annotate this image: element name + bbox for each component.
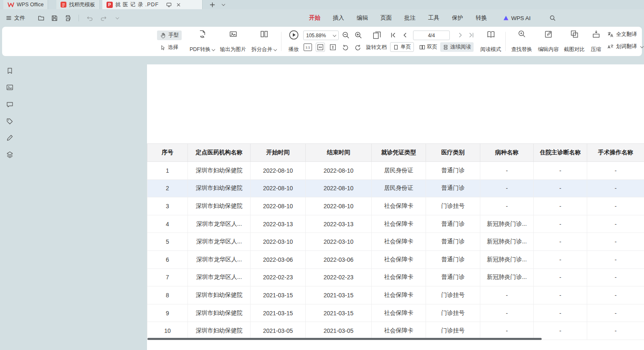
wps-logo-icon — [8, 2, 14, 7]
rotate-right-icon[interactable] — [353, 43, 363, 52]
table-cell: 新冠肺炎门诊... — [480, 233, 534, 251]
tab-docer-templates[interactable]: 找稻壳模板 — [56, 0, 100, 9]
play-button[interactable]: 播放 — [284, 30, 303, 53]
document-title: 就 医 记 录 .PDF — [115, 1, 159, 8]
rotate-document-button[interactable]: 旋转文档 — [366, 44, 387, 51]
table-cell: 普通门诊 — [426, 233, 480, 251]
table-cell: 2022-03-10 — [251, 233, 306, 251]
previous-page-button[interactable] — [401, 31, 410, 40]
page-number-input[interactable]: 4/4 — [413, 31, 450, 40]
export-image-button[interactable]: 输出为图片 — [217, 30, 249, 53]
single-page-mode-button[interactable]: 单页 — [390, 42, 414, 52]
table-cell: - — [587, 250, 644, 268]
wps-ai-button[interactable]: WPS AI — [503, 15, 531, 21]
export-image-icon — [229, 30, 238, 38]
sidebar-comments-button[interactable] — [5, 100, 14, 109]
hand-tool-label: 手型 — [168, 32, 179, 39]
tab-insert[interactable]: 插入 — [333, 14, 344, 22]
close-tab-icon[interactable] — [177, 3, 180, 7]
fit-width-button[interactable] — [316, 43, 325, 52]
table-cell: 普通门诊 — [426, 268, 480, 286]
pen-icon — [6, 134, 14, 142]
tab-wps-home[interactable]: WPS Office — [3, 0, 48, 9]
table-cell: 深圳市龙华区人... — [188, 268, 251, 286]
horizontal-scrollbar[interactable] — [147, 338, 542, 340]
save-button[interactable] — [49, 13, 59, 23]
table-cell: 2021-03-15 — [251, 304, 306, 322]
table-cell: 社会保障卡 — [372, 215, 426, 233]
tab-document[interactable]: P 就 医 记 录 .PDF — [102, 0, 203, 9]
continuous-reading-button[interactable]: 连续阅读 — [440, 42, 474, 52]
present-monitor-icon[interactable] — [166, 2, 172, 8]
table-cell: 2022-03-13 — [251, 215, 306, 233]
table-cell: 居民身份证 — [372, 162, 426, 180]
next-page-button[interactable] — [456, 31, 465, 40]
rotate-left-icon[interactable] — [341, 43, 350, 52]
full-translate-button[interactable]: 全文翻译 — [607, 31, 637, 38]
table-row: 7深圳市龙华区人...2022-02-232022-02-23社会保障卡普通门诊… — [147, 268, 644, 286]
undo-history-chevron-icon[interactable] — [112, 13, 122, 23]
read-mode-button[interactable]: 阅读模式 — [478, 30, 503, 53]
table-cell: 普通门诊 — [426, 215, 480, 233]
pdf-convert-label: PDF转换 — [190, 46, 210, 53]
tab-home[interactable]: 开始 — [309, 14, 320, 22]
pdf-convert-button[interactable]: PDF转换 — [187, 30, 217, 53]
find-replace-button[interactable]: 查找替换 — [508, 30, 535, 53]
tab-convert[interactable]: 转换 — [476, 14, 487, 22]
sidebar-tags-button[interactable] — [5, 117, 14, 126]
table-cell: 10 — [147, 322, 188, 340]
table-row: 9深圳市妇幼保健院2021-03-152021-03-15社会保障卡门诊挂号--… — [147, 304, 644, 322]
sidebar-bookmarks-button[interactable] — [5, 66, 14, 75]
table-cell: 2022-03-06 — [251, 250, 306, 268]
tab-comment[interactable]: 批注 — [404, 14, 416, 22]
file-menu-button[interactable]: 文件 — [6, 14, 25, 22]
table-cell: 深圳市妇幼保健院 — [188, 322, 251, 340]
split-merge-button[interactable]: 拆分合并 — [249, 30, 279, 53]
open-book-icon — [486, 30, 496, 39]
zoom-out-button[interactable] — [341, 31, 350, 40]
one-to-one-zoom-button[interactable]: 1:1 — [303, 43, 312, 52]
word-translate-button[interactable]: 划词翻译 — [607, 43, 643, 50]
table-cell: 居民身份证 — [372, 179, 426, 197]
tab-protect[interactable]: 保护 — [452, 14, 463, 22]
page-indicator: 4/4 — [428, 33, 435, 38]
menu-bar: 文件 开始 插入 编辑 页面 批注 工具 保护 转换 WPS AI — [0, 9, 644, 27]
ribbon-toolbar: 手型 选择 PDF转换 输出为图片 拆分合并 播放 105.88% 4/4 阅读… — [2, 27, 642, 56]
sidebar-annotate-pen-button[interactable] — [5, 133, 14, 142]
table-cell: - — [587, 215, 644, 233]
hand-tool-button[interactable]: 手型 — [157, 31, 182, 40]
table-cell: 9 — [147, 304, 188, 322]
table-cell: - — [480, 197, 534, 215]
tab-list-chevron-icon[interactable] — [218, 0, 228, 9]
fit-page-icon[interactable] — [371, 30, 382, 41]
compress-button[interactable]: 压缩 — [587, 30, 605, 53]
sidebar-thumbnails-button[interactable] — [5, 83, 14, 92]
edit-content-button[interactable]: 编辑内容 — [535, 30, 562, 53]
first-page-button[interactable] — [389, 31, 398, 40]
last-page-button[interactable] — [467, 31, 476, 40]
table-cell: - — [587, 286, 644, 304]
menubar-search-icon[interactable] — [549, 15, 556, 21]
zoom-in-button[interactable] — [354, 31, 363, 40]
sidebar-layers-button[interactable] — [5, 150, 14, 159]
table-cell: 深圳市龙华区人... — [188, 215, 251, 233]
table-cell: 社会保障卡 — [372, 250, 426, 268]
table-row: 10深圳市妇幼保健院2021-03-052021-03-05社会保障卡门诊挂号-… — [147, 322, 644, 340]
new-tab-button[interactable] — [208, 0, 218, 9]
hamburger-icon — [6, 15, 12, 21]
tab-tools[interactable]: 工具 — [428, 14, 439, 22]
tab-page[interactable]: 页面 — [380, 14, 392, 22]
fit-height-button[interactable] — [328, 43, 337, 52]
undo-button[interactable] — [85, 13, 95, 23]
open-file-button[interactable] — [36, 13, 46, 23]
print-button[interactable] — [63, 13, 73, 23]
zoom-level-select[interactable]: 105.88% — [303, 31, 339, 40]
select-tool-button[interactable]: 选择 — [157, 43, 181, 52]
redo-button[interactable] — [98, 13, 108, 23]
translate-icon — [607, 31, 614, 38]
screenshot-compare-button[interactable]: 截图对比 — [561, 30, 588, 53]
compress-icon — [592, 30, 601, 38]
tab-edit[interactable]: 编辑 — [357, 14, 368, 22]
table-header-cell: 结束时间 — [306, 144, 372, 162]
table-cell: 1 — [147, 162, 188, 180]
